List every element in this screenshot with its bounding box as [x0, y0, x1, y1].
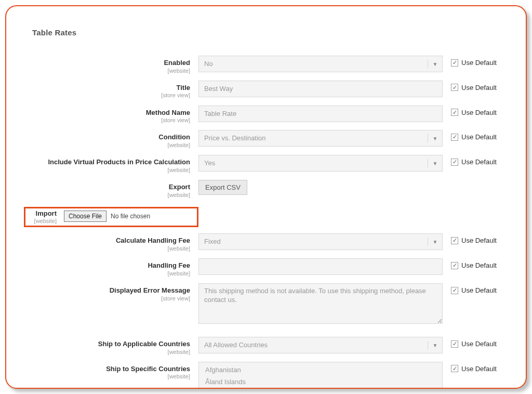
checkbox-icon[interactable] [451, 109, 458, 116]
scope-text: [website] [27, 68, 190, 74]
label-enabled: Enabled [website] [27, 56, 198, 74]
import-highlight: Import [website] Choose File No file cho… [24, 207, 198, 228]
use-default-title[interactable]: Use Default [443, 81, 505, 91]
row-ship-specific: Ship to Specific Countries [website] Afg… [27, 362, 505, 389]
checkbox-icon[interactable] [451, 365, 458, 372]
use-default-label: Use Default [461, 59, 497, 67]
table-rates-panel: Table Rates Enabled [website] No ▼ Use D… [5, 5, 527, 389]
choose-file-button[interactable]: Choose File [64, 211, 107, 222]
checkbox-icon[interactable] [451, 159, 458, 166]
use-default-ship-specific[interactable]: Use Default [443, 362, 505, 373]
title-input[interactable] [198, 81, 443, 97]
row-method-name: Method Name [store view] Use Default [27, 106, 505, 124]
chevron-down-icon: ▼ [428, 134, 442, 142]
row-error-msg: Displayed Error Message [store view] Thi… [27, 283, 505, 325]
form-rows: Enabled [website] No ▼ Use Default Title… [27, 56, 505, 389]
label-title: Title [store view] [27, 81, 198, 99]
chevron-down-icon: ▼ [428, 60, 442, 68]
section-title: Table Rates [32, 28, 505, 37]
country-option[interactable]: Åland Islands [199, 376, 442, 388]
use-default-method-name[interactable]: Use Default [443, 106, 505, 116]
row-export: Export [website] Export CSV [27, 180, 505, 199]
chevron-down-icon: ▼ [428, 341, 442, 349]
method-name-input[interactable] [198, 106, 443, 122]
use-default-enabled[interactable]: Use Default [443, 56, 505, 67]
row-import: Import [website] Choose File No file cho… [27, 205, 505, 228]
use-default-calc-handling[interactable]: Use Default [443, 233, 505, 244]
include-virtual-select[interactable]: Yes ▼ [198, 155, 443, 172]
error-message-textarea[interactable]: This shipping method is not available. T… [198, 283, 443, 324]
label-text: Enabled [27, 59, 190, 67]
export-csv-button[interactable]: Export CSV [198, 180, 247, 195]
row-enabled: Enabled [website] No ▼ Use Default [27, 56, 505, 74]
country-option[interactable]: Afghanistan [199, 364, 442, 376]
file-chosen-status: No file chosen [111, 213, 150, 220]
checkbox-icon[interactable] [451, 237, 458, 244]
use-default-ship-applicable[interactable]: Use Default [443, 337, 505, 348]
use-default-handling-fee[interactable]: Use Default [443, 258, 505, 269]
checkbox-icon[interactable] [451, 340, 458, 348]
checkbox-icon[interactable] [451, 262, 458, 269]
chevron-down-icon: ▼ [428, 238, 442, 246]
use-default-error-msg[interactable]: Use Default [443, 283, 505, 294]
row-include-virtual: Include Virtual Products in Price Calcul… [27, 155, 505, 174]
row-calc-handling: Calculate Handling Fee [website] Fixed ▼… [27, 233, 505, 252]
use-default-include-virtual[interactable]: Use Default [443, 155, 505, 166]
checkbox-icon[interactable] [451, 59, 458, 67]
condition-select[interactable]: Price vs. Destination ▼ [198, 130, 443, 147]
enabled-value: No [204, 60, 428, 69]
ship-specific-multiselect[interactable]: Afghanistan Åland Islands Albania Algeri… [198, 362, 443, 389]
calc-handling-select[interactable]: Fixed ▼ [198, 233, 443, 250]
use-default-condition[interactable]: Use Default [443, 130, 505, 141]
row-condition: Condition [website] Price vs. Destinatio… [27, 130, 505, 149]
row-title: Title [store view] Use Default [27, 81, 505, 99]
enabled-select[interactable]: No ▼ [198, 56, 443, 72]
row-ship-applicable: Ship to Applicable Countries [website] A… [27, 337, 505, 356]
row-handling-fee: Handling Fee [website] Use Default [27, 258, 505, 277]
checkbox-icon[interactable] [451, 287, 458, 294]
chevron-down-icon: ▼ [428, 159, 442, 167]
country-option[interactable]: Albania [199, 388, 442, 389]
checkbox-icon[interactable] [451, 134, 458, 141]
checkbox-icon[interactable] [451, 84, 458, 91]
handling-fee-input[interactable] [198, 258, 443, 275]
ship-applicable-select[interactable]: All Allowed Countries ▼ [198, 337, 443, 353]
